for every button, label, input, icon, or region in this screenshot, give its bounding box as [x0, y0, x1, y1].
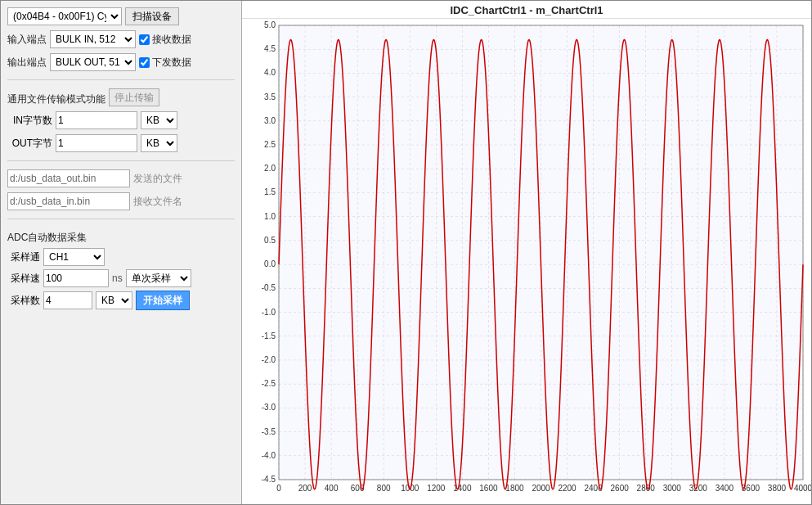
- recv-data-label: 接收数据: [152, 33, 191, 47]
- main-container: (0x04B4 - 0x00F1) Cypr 扫描设备 输入端点 BULK IN…: [0, 0, 812, 505]
- stop-transfer-button[interactable]: 停止传输: [109, 88, 159, 106]
- recv-data-checkbox[interactable]: [139, 34, 150, 45]
- output-ep-checkbox-row: 下发数据: [139, 56, 191, 70]
- right-panel: IDC_ChartCtrl1 - m_ChartCtrl1: [242, 1, 811, 504]
- chart-area: [242, 19, 811, 504]
- in-unit-select[interactable]: KB: [141, 111, 177, 129]
- recv-file-row: 接收文件名: [7, 192, 235, 210]
- sample-rate-input[interactable]: [43, 269, 109, 287]
- scan-button[interactable]: 扫描设备: [125, 7, 179, 25]
- chart-canvas: [242, 19, 811, 504]
- sample-rate-row: 采样速 ns 单次采样: [7, 269, 235, 287]
- output-ep-row: 输出端点 BULK OUT, 51 下发数据: [7, 53, 235, 71]
- input-ep-select[interactable]: BULK IN, 512: [50, 30, 136, 48]
- input-ep-row: 输入端点 BULK IN, 512 接收数据: [7, 30, 235, 48]
- send-file-input[interactable]: [7, 169, 130, 187]
- in-bytes-label: IN字节数: [7, 114, 52, 128]
- device-select[interactable]: (0x04B4 - 0x00F1) Cypr: [7, 7, 122, 25]
- mode-select[interactable]: 单次采样: [126, 269, 191, 287]
- output-ep-label: 输出端点: [7, 56, 47, 70]
- file-transfer-label: 通用文件传输模式功能: [7, 92, 105, 106]
- send-data-label: 下发数据: [152, 56, 191, 70]
- input-ep-label: 输入端点: [7, 33, 47, 47]
- file-transfer-row: 通用文件传输模式功能 停止传输: [7, 88, 235, 106]
- out-bytes-input[interactable]: [56, 134, 137, 152]
- recv-file-label: 接收文件名: [133, 195, 182, 209]
- channel-label: 采样通: [7, 250, 40, 264]
- separator-3: [7, 219, 235, 219]
- adc-header-row: ADC自动数据采集: [7, 228, 235, 245]
- input-ep-checkbox-row: 接收数据: [139, 33, 191, 47]
- send-file-label: 发送的文件: [133, 172, 182, 186]
- adc-section: ADC自动数据采集 采样通 CH1 采样速 ns 单次采样 采样数: [7, 228, 235, 310]
- out-bytes-label: OUT字节: [7, 137, 52, 151]
- out-bytes-row: OUT字节 KB: [7, 134, 235, 152]
- sample-count-row: 采样数 KB 开始采样: [7, 291, 235, 310]
- sample-count-input[interactable]: [43, 291, 92, 309]
- in-bytes-row: IN字节数 KB: [7, 111, 235, 129]
- sample-count-label: 采样数: [7, 294, 40, 308]
- send-data-checkbox[interactable]: [139, 57, 150, 68]
- channel-select[interactable]: CH1: [43, 248, 105, 266]
- output-ep-select[interactable]: BULK OUT, 51: [50, 53, 136, 71]
- chart-title: IDC_ChartCtrl1 - m_ChartCtrl1: [242, 1, 811, 19]
- ns-label: ns: [112, 273, 123, 284]
- count-unit-select[interactable]: KB: [96, 291, 132, 309]
- device-row: (0x04B4 - 0x00F1) Cypr 扫描设备: [7, 7, 235, 25]
- channel-row: 采样通 CH1: [7, 248, 235, 266]
- left-panel: (0x04B4 - 0x00F1) Cypr 扫描设备 输入端点 BULK IN…: [1, 1, 242, 504]
- adc-section-label: ADC自动数据采集: [7, 231, 87, 245]
- sample-rate-label: 采样速: [7, 272, 40, 286]
- separator-1: [7, 79, 235, 80]
- in-bytes-input[interactable]: [56, 111, 137, 129]
- separator-2: [7, 160, 235, 161]
- send-file-row: 发送的文件: [7, 169, 235, 187]
- recv-file-input[interactable]: [7, 192, 130, 210]
- out-unit-select[interactable]: KB: [141, 134, 177, 152]
- start-sampling-button[interactable]: 开始采样: [136, 291, 190, 310]
